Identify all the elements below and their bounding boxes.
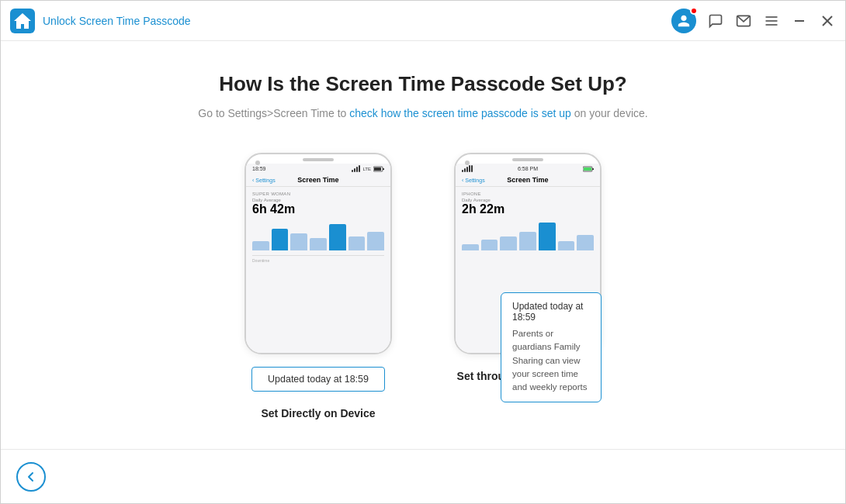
section-label: SUPER WOMAN [252,192,384,196]
left-phone-label: Set Directly on Device [261,407,375,419]
subtitle-highlight-blue: check how the screen time passcode is se… [349,107,571,119]
menu-icon[interactable] [763,12,780,29]
right-bar-7 [577,235,594,250]
svg-rect-10 [374,167,381,171]
left-updated-box: Updated today at 18:59 [251,367,385,392]
right-bar-5 [539,223,556,250]
main-content: How Is the Screen Time Passcode Set Up? … [1,41,845,449]
right-daily-time: 2h 22m [462,202,594,216]
chat-icon[interactable] [707,12,724,29]
bottom-bar [1,449,845,503]
updated-text: Updated today at 18:59 [268,374,369,385]
svg-rect-13 [584,167,591,171]
bar-6 [348,236,366,250]
right-status-icons [583,166,594,172]
screen-nav: ‹ Settings Screen Time [246,174,390,187]
bar-5 [329,224,346,250]
close-button[interactable] [819,12,836,29]
network-type: LTE [362,167,371,171]
daily-time: 6h 42m [252,202,384,216]
status-icons: LTE [352,165,384,172]
status-bar: 18:59 LTE [246,164,390,174]
right-phone-notch [456,154,600,164]
right-bar-3 [500,236,517,250]
info-box-body: Parents or guardians Family Sharing can … [512,327,590,394]
bar-2 [272,229,289,250]
page-subtitle: Go to Settings>Screen Time to check how … [198,105,647,122]
app-title: Unlock Screen Time Passcode [43,15,671,27]
phone-speaker [303,158,334,161]
right-phone-section: 6:58 PM ‹ Settings Screen Time [454,153,602,382]
right-phone-camera-dot [465,161,470,165]
right-phone-speaker [512,158,543,161]
home-icon [10,9,35,33]
bar-7 [367,232,384,250]
right-usage-chart [462,219,594,250]
right-screen-nav: ‹ Settings Screen Time [456,174,600,187]
right-back-label: Settings [465,178,484,183]
screen-body-left: SUPER WOMAN Daily Average 6h 42m [246,187,390,353]
notification-badge [690,7,698,15]
left-phone-section: 18:59 LTE [244,153,392,419]
left-phone-mockup: 18:59 LTE [244,153,392,354]
phone-camera-dot [255,161,260,165]
right-bar-4 [519,232,536,250]
titlebar: Unlock Screen Time Passcode [1,1,845,41]
window-controls [671,9,836,33]
bar-1 [252,241,269,250]
svg-rect-12 [592,168,594,170]
back-arrow-icon [25,471,37,483]
signal-bars [352,165,360,172]
avatar[interactable] [671,9,696,33]
right-phone-wrapper: 6:58 PM ‹ Settings Screen Time [454,153,602,354]
signal-bar-2 [354,168,355,172]
info-box-title: Updated today at 18:59 [512,301,590,323]
back-nav: ‹ Settings [252,178,276,183]
right-bar-2 [481,240,498,250]
right-screen-title: Screen Time [507,176,548,184]
status-time: 18:59 [252,166,266,171]
right-battery-icon [583,166,594,172]
usage-chart [252,219,384,250]
phones-row: 18:59 LTE [244,153,602,449]
right-section-label: IPHONE [462,192,594,196]
mail-icon[interactable] [735,12,752,29]
right-info-box: Updated today at 18:59 Parents or guardi… [501,292,602,402]
back-label: Settings [255,178,275,183]
phone-notch [246,154,390,164]
screen-title: Screen Time [297,176,338,184]
svg-rect-9 [383,168,384,170]
right-back-nav: ‹ Settings [462,178,485,183]
battery-icon [373,166,384,172]
right-status-time: 6:58 PM [518,166,538,171]
right-bar-6 [558,241,575,250]
right-signal-bars [462,165,473,172]
page-heading: How Is the Screen Time Passcode Set Up? [219,72,626,96]
bar-4 [310,238,327,250]
right-status-bar: 6:58 PM [456,164,600,174]
bar-3 [290,233,307,250]
signal-bar-3 [356,167,358,172]
chart-footer: Downtime [252,255,384,263]
signal-bar-1 [352,170,353,172]
signal-bar-4 [359,165,360,172]
back-button[interactable] [16,462,46,492]
left-phone-screen: 18:59 LTE [246,164,390,353]
minimize-button[interactable] [791,12,808,29]
right-bar-1 [462,244,479,250]
